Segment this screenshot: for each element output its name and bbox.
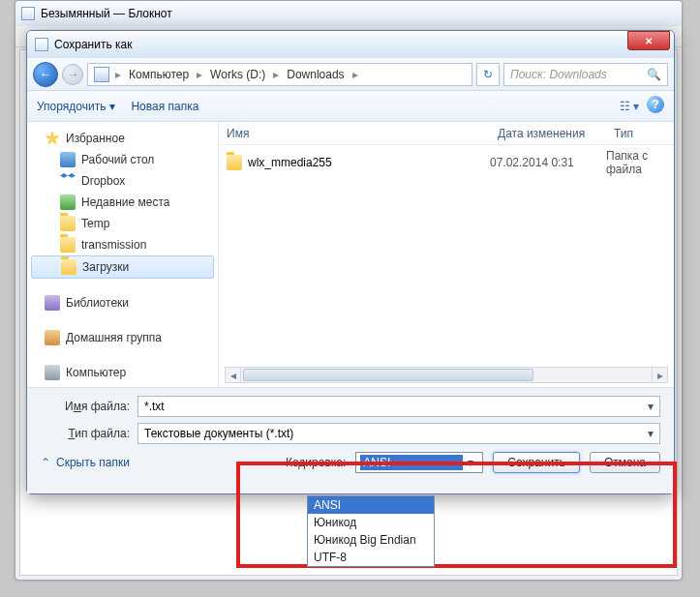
filetype-label: Тип файла: [41, 427, 137, 440]
libraries-icon [45, 295, 60, 311]
chevron-down-icon: ▾ [109, 100, 115, 113]
encoding-label: Кодировка: [286, 456, 346, 469]
chevron-right-icon: ▸ [350, 68, 360, 81]
chevron-right-icon: ▸ [195, 68, 204, 81]
sidebar-item-desktop[interactable]: Рабочий стол [27, 149, 218, 170]
help-button[interactable]: ? [647, 96, 664, 113]
sidebar-item-temp[interactable]: Temp [27, 213, 218, 234]
sidebar-item-downloads[interactable]: Загрузки [31, 255, 214, 279]
filename-input[interactable]: *.txt [137, 396, 660, 417]
content-area: Избранное Рабочий стол Dropbox Недавние … [27, 122, 674, 387]
dropbox-icon [60, 173, 76, 189]
sidebar-homegroup[interactable]: Домашняя группа [27, 327, 218, 348]
bc-folder[interactable]: Downloads [281, 68, 350, 81]
dialog-titlebar[interactable]: Сохранить как ✕ [27, 31, 674, 58]
list-item[interactable]: wlx_mmedia255 07.02.2014 0:31 Папка с фа… [219, 145, 674, 180]
bc-computer[interactable]: Компьютер [123, 68, 195, 81]
close-button[interactable]: ✕ [627, 31, 670, 50]
desktop-icon [60, 152, 76, 167]
notepad-title: Безымянный — Блокнот [41, 7, 172, 20]
new-folder-button[interactable]: Новая папка [131, 100, 198, 113]
folder-icon [60, 237, 76, 253]
col-type[interactable]: Тип [606, 127, 674, 140]
cancel-button[interactable]: Отмена [590, 452, 660, 473]
encoding-option-unicode[interactable]: Юникод [308, 514, 434, 531]
search-placeholder: Поиск: Downloads [510, 68, 607, 81]
search-icon: 🔍 [647, 68, 661, 81]
sidebar-item-dropbox[interactable]: Dropbox [27, 170, 218, 192]
scroll-right-icon[interactable]: ▸ [652, 368, 667, 382]
organize-button[interactable]: Упорядочить ▾ [37, 100, 115, 113]
search-input[interactable]: Поиск: Downloads 🔍 [503, 63, 668, 86]
back-button[interactable]: ← [33, 62, 58, 87]
encoding-option-utf8[interactable]: UTF-8 [308, 549, 434, 566]
encoding-option-ansi[interactable]: ANSI [308, 496, 434, 514]
sidebar-computer[interactable]: Компьютер [27, 362, 218, 383]
sidebar-item-transmission[interactable]: transmission [27, 234, 218, 255]
notepad-icon [21, 7, 35, 20]
star-icon [45, 131, 60, 146]
forward-button[interactable]: → [62, 64, 83, 85]
filename-label: Имя файла: [41, 400, 137, 413]
list-header: Имя Дата изменения Тип [219, 122, 674, 145]
dialog-icon [35, 38, 48, 51]
bc-drive[interactable]: Works (D:) [204, 68, 271, 81]
chevron-down-icon: ▾ [463, 456, 478, 469]
filetype-select[interactable]: Текстовые документы (*.txt) [137, 423, 660, 444]
dialog-title: Сохранить как [54, 38, 132, 51]
save-button[interactable]: Сохранить [493, 452, 580, 473]
horizontal-scrollbar[interactable]: ◂ ▸ [225, 367, 668, 383]
computer-icon [94, 67, 109, 82]
sidebar-favorites[interactable]: Избранное [27, 128, 218, 149]
encoding-dropdown: ANSI Юникод Юникод Big Endian UTF-8 [307, 495, 435, 567]
sidebar: Избранное Рабочий стол Dropbox Недавние … [27, 122, 219, 387]
hide-folders-button[interactable]: ⌃ Скрыть папки [41, 456, 130, 469]
refresh-button[interactable]: ↻ [476, 63, 500, 86]
view-mode-button[interactable]: ☷ ▾ [618, 96, 641, 117]
file-list: Имя Дата изменения Тип wlx_mmedia255 07.… [219, 122, 674, 387]
folder-icon [60, 216, 76, 231]
recent-icon [60, 194, 76, 210]
chevron-right-icon: ▸ [271, 68, 281, 81]
chevron-up-icon: ⌃ [41, 456, 50, 469]
homegroup-icon [45, 330, 60, 345]
notepad-titlebar[interactable]: Безымянный — Блокнот [15, 1, 682, 26]
folder-icon [61, 259, 76, 275]
toolbar: Упорядочить ▾ Новая папка ☷ ▾ ? [27, 91, 674, 122]
nav-bar: ← → ▸ Компьютер ▸ Works (D:) ▸ Downloads… [27, 58, 674, 91]
breadcrumb[interactable]: ▸ Компьютер ▸ Works (D:) ▸ Downloads ▸ [87, 63, 472, 86]
save-as-dialog: Сохранить как ✕ ← → ▸ Компьютер ▸ Works … [26, 30, 675, 494]
computer-icon [45, 365, 60, 380]
bottom-panel: Имя файла: *.txt Тип файла: Текстовые до… [27, 387, 674, 493]
chevron-right-icon: ▸ [113, 68, 123, 81]
sidebar-item-recent[interactable]: Недавние места [27, 192, 218, 213]
folder-icon [227, 155, 242, 170]
encoding-option-unicode-be[interactable]: Юникод Big Endian [308, 531, 434, 549]
scroll-thumb[interactable] [243, 369, 533, 381]
sidebar-libraries[interactable]: Библиотеки [27, 292, 218, 313]
col-date[interactable]: Дата изменения [490, 127, 606, 140]
col-name[interactable]: Имя [219, 127, 490, 140]
scroll-left-icon[interactable]: ◂ [226, 368, 241, 382]
encoding-select[interactable]: ANSI ▾ [355, 452, 483, 473]
